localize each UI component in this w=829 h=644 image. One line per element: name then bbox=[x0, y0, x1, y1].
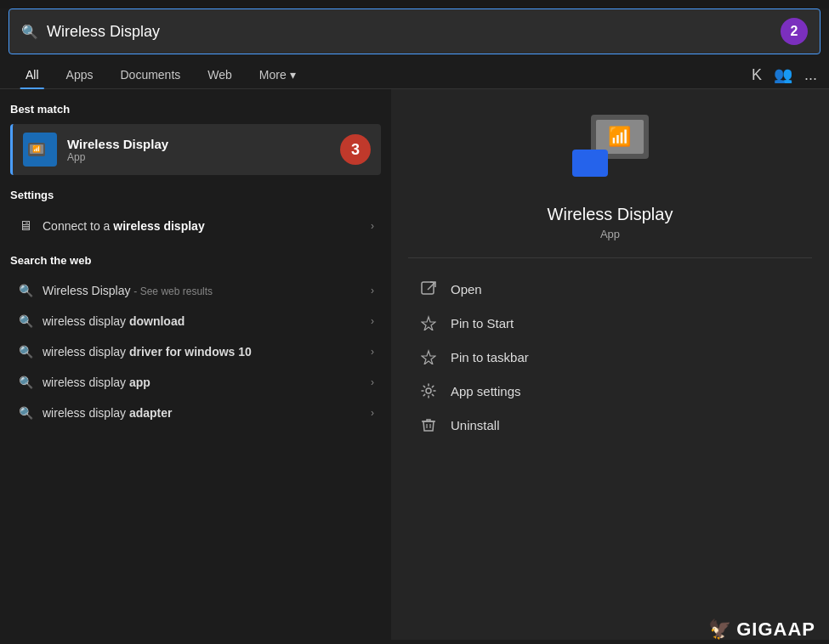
action-open[interactable]: Open bbox=[408, 272, 812, 306]
chevron-right-icon-3: › bbox=[371, 376, 374, 388]
wireless-display-icon: 📶 bbox=[572, 115, 649, 178]
best-match-title: Wireless Display bbox=[67, 137, 333, 151]
action-pin-taskbar-label: Pin to taskbar bbox=[451, 350, 529, 364]
content-area: Best match 📶 Wireless Display App 3 Se bbox=[0, 89, 829, 640]
divider bbox=[408, 257, 812, 258]
app-icon-large: 📶 bbox=[572, 115, 649, 191]
best-match-step-badge: 3 bbox=[340, 134, 371, 165]
right-panel: 📶 Wireless Display App bbox=[391, 89, 829, 640]
pin-taskbar-icon bbox=[417, 349, 440, 364]
left-panel: Best match 📶 Wireless Display App 3 Se bbox=[0, 89, 391, 640]
chevron-right-icon-2: › bbox=[371, 346, 374, 358]
open-icon bbox=[417, 281, 440, 297]
best-match-app-icon: 📶 bbox=[23, 133, 57, 167]
search-icon: 🔍 bbox=[21, 24, 38, 40]
pin-start-icon bbox=[417, 315, 440, 330]
action-uninstall[interactable]: Uninstall bbox=[408, 408, 812, 442]
watermark: 🦅 GIGAAP bbox=[708, 619, 815, 641]
search-input[interactable]: Wireless Display bbox=[47, 23, 772, 41]
blue-device-graphic bbox=[572, 150, 608, 177]
tab-more[interactable]: More ▾ bbox=[246, 61, 309, 88]
tab-web[interactable]: Web bbox=[194, 61, 246, 88]
action-pin-start-label: Pin to Start bbox=[451, 316, 514, 330]
monitor-icon: 🖥 bbox=[17, 218, 34, 234]
action-app-settings-label: App settings bbox=[451, 384, 521, 398]
tab-documents[interactable]: Documents bbox=[106, 61, 194, 88]
connect-wireless-display-item[interactable]: 🖥 Connect to a wireless display › bbox=[10, 210, 381, 242]
action-app-settings[interactable]: App settings bbox=[408, 374, 812, 408]
chevron-right-icon: › bbox=[371, 220, 374, 232]
svg-text:📶: 📶 bbox=[32, 144, 41, 153]
search-web-section: Search the web 🔍 Wireless Display - See … bbox=[10, 254, 381, 428]
best-match-subtitle: App bbox=[67, 151, 333, 163]
best-match-text: Wireless Display App bbox=[67, 137, 333, 163]
search-step-badge: 2 bbox=[781, 18, 808, 45]
web-item-3[interactable]: 🔍 wireless display app › bbox=[10, 367, 381, 398]
action-uninstall-label: Uninstall bbox=[451, 418, 500, 432]
action-pin-taskbar[interactable]: Pin to taskbar bbox=[408, 340, 812, 374]
search-web-icon-4: 🔍 bbox=[17, 406, 34, 420]
search-bar: 🔍 Wireless Display 2 bbox=[9, 8, 820, 54]
web-item-4[interactable]: 🔍 wireless display adapter › bbox=[10, 398, 381, 428]
monitor-screen: 📶 bbox=[596, 120, 644, 154]
settings-section: Settings 🖥 Connect to a wireless display… bbox=[10, 189, 381, 242]
chevron-right-icon-4: › bbox=[371, 407, 374, 419]
chevron-right-icon-1: › bbox=[371, 315, 374, 327]
best-match-label: Best match bbox=[10, 103, 381, 116]
tab-apps[interactable]: Apps bbox=[53, 61, 107, 88]
best-match-item[interactable]: 📶 Wireless Display App 3 bbox=[10, 124, 381, 175]
web-item-2[interactable]: 🔍 wireless display driver for windows 10… bbox=[10, 336, 381, 367]
svg-point-4 bbox=[426, 388, 431, 393]
search-web-label: Search the web bbox=[10, 254, 381, 267]
settings-label: Settings bbox=[10, 189, 381, 201]
gear-icon bbox=[417, 383, 440, 398]
web-item-1[interactable]: 🔍 wireless display download › bbox=[10, 306, 381, 336]
web-item-text-0: Wireless Display - See web results bbox=[43, 284, 371, 297]
chevron-right-icon-0: › bbox=[371, 285, 374, 297]
watermark-text: GIGAAP bbox=[736, 619, 815, 641]
connect-text: Connect to a wireless display bbox=[43, 219, 371, 233]
watermark-icon: 🦅 bbox=[708, 619, 731, 641]
search-web-icon-1: 🔍 bbox=[17, 314, 34, 328]
search-web-icon-2: 🔍 bbox=[17, 345, 34, 359]
nav-tabs: All Apps Documents Web More ▾ K 👥 ... bbox=[0, 54, 829, 89]
user-initial-button[interactable]: K bbox=[752, 66, 762, 84]
action-list: Open Pin to Start bbox=[408, 272, 812, 442]
right-panel-app-type: App bbox=[600, 228, 620, 240]
right-panel-app-name: Wireless Display bbox=[548, 205, 673, 224]
web-item-0[interactable]: 🔍 Wireless Display - See web results › bbox=[10, 275, 381, 306]
main-container: 🔍 Wireless Display 2 All Apps Documents … bbox=[0, 8, 829, 644]
search-web-icon-3: 🔍 bbox=[17, 376, 34, 389]
web-item-text-3: wireless display app bbox=[43, 376, 371, 389]
search-web-icon-0: 🔍 bbox=[17, 284, 34, 297]
trash-icon bbox=[417, 417, 440, 432]
people-icon[interactable]: 👥 bbox=[774, 65, 792, 84]
wifi-symbol: 📶 bbox=[608, 126, 631, 148]
svg-rect-3 bbox=[422, 282, 434, 294]
web-item-text-2: wireless display driver for windows 10 bbox=[43, 345, 371, 359]
tab-all[interactable]: All bbox=[12, 61, 53, 88]
more-options-icon[interactable]: ... bbox=[804, 66, 817, 84]
action-pin-start[interactable]: Pin to Start bbox=[408, 306, 812, 340]
web-item-text-4: wireless display adapter bbox=[43, 406, 371, 420]
action-open-label: Open bbox=[451, 282, 482, 297]
web-item-text-1: wireless display download bbox=[43, 314, 371, 328]
